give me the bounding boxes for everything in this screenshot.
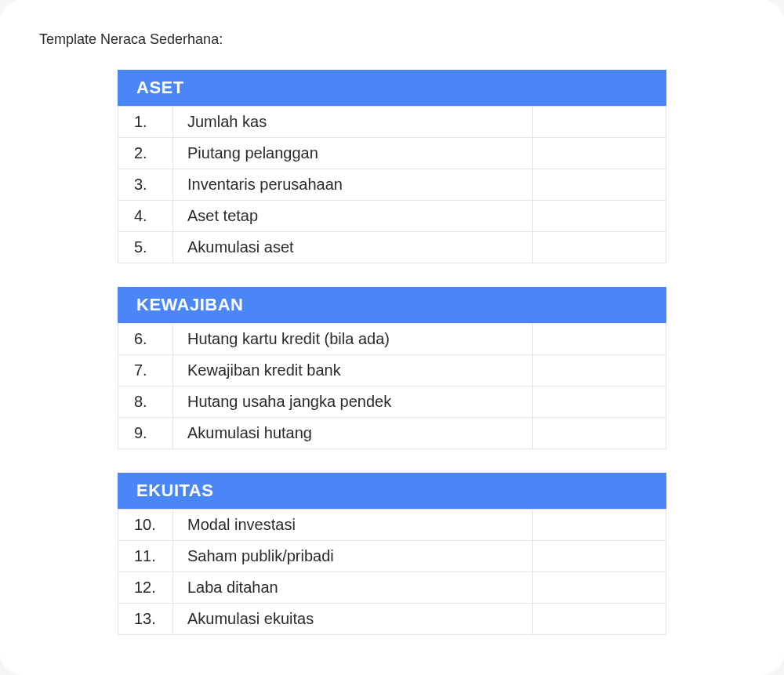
row-value xyxy=(533,386,666,418)
row-label: Akumulasi aset xyxy=(173,232,533,263)
table-row: 3. Inventaris perusahaan xyxy=(118,169,666,201)
row-value xyxy=(533,138,666,169)
row-number: 2. xyxy=(118,138,173,169)
table-row: 7. Kewajiban kredit bank xyxy=(118,355,666,386)
row-number: 8. xyxy=(118,386,173,418)
section-aset: ASET 1. Jumlah kas 2. Piutang pelanggan … xyxy=(118,70,666,263)
row-value xyxy=(533,510,666,541)
tables-container: ASET 1. Jumlah kas 2. Piutang pelanggan … xyxy=(39,70,745,635)
table-row: 11. Saham publik/pribadi xyxy=(118,541,666,572)
row-label: Modal investasi xyxy=(173,510,533,541)
row-number: 4. xyxy=(118,201,173,232)
row-number: 6. xyxy=(118,324,173,355)
table-kewajiban: 6. Hutang kartu kredit (bila ada) 7. Kew… xyxy=(118,323,666,449)
row-number: 12. xyxy=(118,572,173,604)
row-number: 13. xyxy=(118,604,173,635)
row-value xyxy=(533,604,666,635)
page-title: Template Neraca Sederhana: xyxy=(39,31,745,48)
row-number: 1. xyxy=(118,107,173,138)
row-label: Kewajiban kredit bank xyxy=(173,355,533,386)
row-label: Laba ditahan xyxy=(173,572,533,604)
row-label: Akumulasi hutang xyxy=(173,418,533,449)
table-row: 4. Aset tetap xyxy=(118,201,666,232)
row-number: 9. xyxy=(118,418,173,449)
row-number: 5. xyxy=(118,232,173,263)
table-row: 10. Modal investasi xyxy=(118,510,666,541)
row-value xyxy=(533,232,666,263)
table-aset: 1. Jumlah kas 2. Piutang pelanggan 3. In… xyxy=(118,106,666,263)
table-row: 13. Akumulasi ekuitas xyxy=(118,604,666,635)
table-row: 6. Hutang kartu kredit (bila ada) xyxy=(118,324,666,355)
row-label: Hutang kartu kredit (bila ada) xyxy=(173,324,533,355)
row-value xyxy=(533,324,666,355)
row-label: Piutang pelanggan xyxy=(173,138,533,169)
section-kewajiban: KEWAJIBAN 6. Hutang kartu kredit (bila a… xyxy=(118,287,666,449)
section-header-aset: ASET xyxy=(118,70,666,106)
document-card: Template Neraca Sederhana: ASET 1. Jumla… xyxy=(0,0,784,675)
row-label: Saham publik/pribadi xyxy=(173,541,533,572)
row-number: 7. xyxy=(118,355,173,386)
row-number: 3. xyxy=(118,169,173,201)
table-row: 12. Laba ditahan xyxy=(118,572,666,604)
row-value xyxy=(533,572,666,604)
row-label: Aset tetap xyxy=(173,201,533,232)
table-row: 2. Piutang pelanggan xyxy=(118,138,666,169)
section-header-kewajiban: KEWAJIBAN xyxy=(118,287,666,323)
row-value xyxy=(533,107,666,138)
section-ekuitas: EKUITAS 10. Modal investasi 11. Saham pu… xyxy=(118,473,666,635)
row-label: Hutang usaha jangka pendek xyxy=(173,386,533,418)
row-number: 11. xyxy=(118,541,173,572)
row-value xyxy=(533,355,666,386)
section-header-ekuitas: EKUITAS xyxy=(118,473,666,509)
table-row: 9. Akumulasi hutang xyxy=(118,418,666,449)
table-ekuitas: 10. Modal investasi 11. Saham publik/pri… xyxy=(118,509,666,635)
row-value xyxy=(533,541,666,572)
row-label: Akumulasi ekuitas xyxy=(173,604,533,635)
table-row: 1. Jumlah kas xyxy=(118,107,666,138)
row-label: Inventaris perusahaan xyxy=(173,169,533,201)
table-row: 8. Hutang usaha jangka pendek xyxy=(118,386,666,418)
row-value xyxy=(533,169,666,201)
row-number: 10. xyxy=(118,510,173,541)
row-label: Jumlah kas xyxy=(173,107,533,138)
row-value xyxy=(533,418,666,449)
row-value xyxy=(533,201,666,232)
table-row: 5. Akumulasi aset xyxy=(118,232,666,263)
